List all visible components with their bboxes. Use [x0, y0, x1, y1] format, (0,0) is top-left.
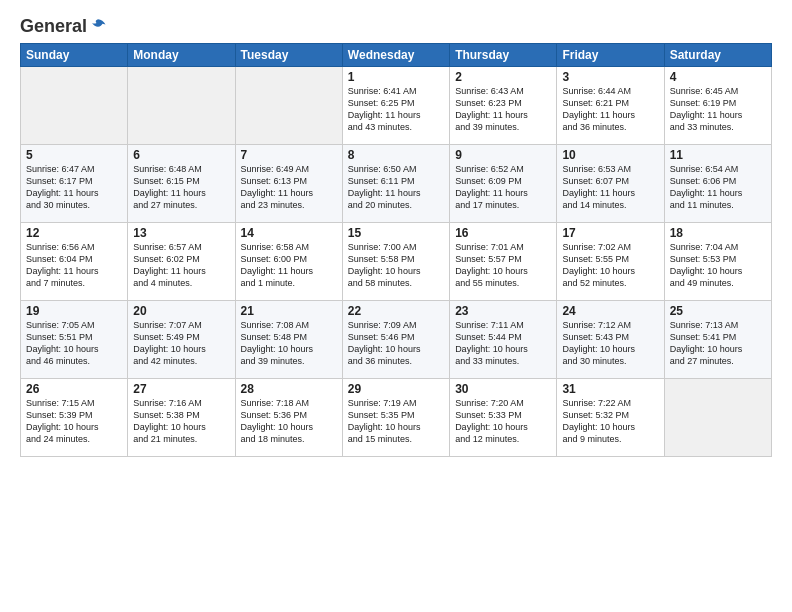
day-content: Sunrise: 7:15 AM Sunset: 5:39 PM Dayligh…	[26, 397, 122, 446]
calendar-day-22: 22Sunrise: 7:09 AM Sunset: 5:46 PM Dayli…	[342, 301, 449, 379]
calendar-day-26: 26Sunrise: 7:15 AM Sunset: 5:39 PM Dayli…	[21, 379, 128, 457]
day-content: Sunrise: 7:12 AM Sunset: 5:43 PM Dayligh…	[562, 319, 658, 368]
calendar-day-12: 12Sunrise: 6:56 AM Sunset: 6:04 PM Dayli…	[21, 223, 128, 301]
calendar-day-19: 19Sunrise: 7:05 AM Sunset: 5:51 PM Dayli…	[21, 301, 128, 379]
day-content: Sunrise: 6:58 AM Sunset: 6:00 PM Dayligh…	[241, 241, 337, 290]
day-content: Sunrise: 6:49 AM Sunset: 6:13 PM Dayligh…	[241, 163, 337, 212]
day-number: 4	[670, 70, 766, 84]
calendar-day-31: 31Sunrise: 7:22 AM Sunset: 5:32 PM Dayli…	[557, 379, 664, 457]
day-number: 6	[133, 148, 229, 162]
day-content: Sunrise: 6:54 AM Sunset: 6:06 PM Dayligh…	[670, 163, 766, 212]
day-content: Sunrise: 6:48 AM Sunset: 6:15 PM Dayligh…	[133, 163, 229, 212]
day-content: Sunrise: 7:05 AM Sunset: 5:51 PM Dayligh…	[26, 319, 122, 368]
calendar-day-11: 11Sunrise: 6:54 AM Sunset: 6:06 PM Dayli…	[664, 145, 771, 223]
weekday-header-thursday: Thursday	[450, 44, 557, 67]
calendar-day-5: 5Sunrise: 6:47 AM Sunset: 6:17 PM Daylig…	[21, 145, 128, 223]
calendar-day-9: 9Sunrise: 6:52 AM Sunset: 6:09 PM Daylig…	[450, 145, 557, 223]
day-number: 12	[26, 226, 122, 240]
calendar-day-20: 20Sunrise: 7:07 AM Sunset: 5:49 PM Dayli…	[128, 301, 235, 379]
day-number: 23	[455, 304, 551, 318]
day-number: 9	[455, 148, 551, 162]
logo-general: General	[20, 16, 87, 37]
day-content: Sunrise: 7:08 AM Sunset: 5:48 PM Dayligh…	[241, 319, 337, 368]
day-content: Sunrise: 6:45 AM Sunset: 6:19 PM Dayligh…	[670, 85, 766, 134]
calendar-day-7: 7Sunrise: 6:49 AM Sunset: 6:13 PM Daylig…	[235, 145, 342, 223]
day-number: 24	[562, 304, 658, 318]
day-content: Sunrise: 7:22 AM Sunset: 5:32 PM Dayligh…	[562, 397, 658, 446]
day-content: Sunrise: 7:11 AM Sunset: 5:44 PM Dayligh…	[455, 319, 551, 368]
day-number: 21	[241, 304, 337, 318]
day-number: 19	[26, 304, 122, 318]
day-content: Sunrise: 6:47 AM Sunset: 6:17 PM Dayligh…	[26, 163, 122, 212]
day-number: 5	[26, 148, 122, 162]
day-number: 8	[348, 148, 444, 162]
calendar-day-24: 24Sunrise: 7:12 AM Sunset: 5:43 PM Dayli…	[557, 301, 664, 379]
day-number: 16	[455, 226, 551, 240]
day-number: 26	[26, 382, 122, 396]
calendar-table: SundayMondayTuesdayWednesdayThursdayFrid…	[20, 43, 772, 457]
day-number: 25	[670, 304, 766, 318]
day-number: 22	[348, 304, 444, 318]
day-number: 14	[241, 226, 337, 240]
day-content: Sunrise: 6:44 AM Sunset: 6:21 PM Dayligh…	[562, 85, 658, 134]
calendar-week-row: 1Sunrise: 6:41 AM Sunset: 6:25 PM Daylig…	[21, 67, 772, 145]
day-number: 20	[133, 304, 229, 318]
calendar-day-6: 6Sunrise: 6:48 AM Sunset: 6:15 PM Daylig…	[128, 145, 235, 223]
day-content: Sunrise: 7:02 AM Sunset: 5:55 PM Dayligh…	[562, 241, 658, 290]
day-content: Sunrise: 6:43 AM Sunset: 6:23 PM Dayligh…	[455, 85, 551, 134]
calendar-empty-cell	[235, 67, 342, 145]
calendar-day-1: 1Sunrise: 6:41 AM Sunset: 6:25 PM Daylig…	[342, 67, 449, 145]
calendar-day-13: 13Sunrise: 6:57 AM Sunset: 6:02 PM Dayli…	[128, 223, 235, 301]
calendar-day-28: 28Sunrise: 7:18 AM Sunset: 5:36 PM Dayli…	[235, 379, 342, 457]
calendar-day-21: 21Sunrise: 7:08 AM Sunset: 5:48 PM Dayli…	[235, 301, 342, 379]
day-content: Sunrise: 6:56 AM Sunset: 6:04 PM Dayligh…	[26, 241, 122, 290]
calendar-day-15: 15Sunrise: 7:00 AM Sunset: 5:58 PM Dayli…	[342, 223, 449, 301]
weekday-header-sunday: Sunday	[21, 44, 128, 67]
day-number: 11	[670, 148, 766, 162]
weekday-header-wednesday: Wednesday	[342, 44, 449, 67]
day-number: 10	[562, 148, 658, 162]
calendar-day-25: 25Sunrise: 7:13 AM Sunset: 5:41 PM Dayli…	[664, 301, 771, 379]
calendar-day-23: 23Sunrise: 7:11 AM Sunset: 5:44 PM Dayli…	[450, 301, 557, 379]
day-content: Sunrise: 7:20 AM Sunset: 5:33 PM Dayligh…	[455, 397, 551, 446]
day-number: 27	[133, 382, 229, 396]
day-number: 18	[670, 226, 766, 240]
day-content: Sunrise: 6:57 AM Sunset: 6:02 PM Dayligh…	[133, 241, 229, 290]
day-content: Sunrise: 6:53 AM Sunset: 6:07 PM Dayligh…	[562, 163, 658, 212]
logo-bird-icon	[89, 17, 107, 35]
calendar-day-14: 14Sunrise: 6:58 AM Sunset: 6:00 PM Dayli…	[235, 223, 342, 301]
calendar-day-30: 30Sunrise: 7:20 AM Sunset: 5:33 PM Dayli…	[450, 379, 557, 457]
calendar-day-4: 4Sunrise: 6:45 AM Sunset: 6:19 PM Daylig…	[664, 67, 771, 145]
day-number: 29	[348, 382, 444, 396]
day-content: Sunrise: 6:52 AM Sunset: 6:09 PM Dayligh…	[455, 163, 551, 212]
day-content: Sunrise: 7:00 AM Sunset: 5:58 PM Dayligh…	[348, 241, 444, 290]
calendar-day-18: 18Sunrise: 7:04 AM Sunset: 5:53 PM Dayli…	[664, 223, 771, 301]
day-number: 30	[455, 382, 551, 396]
header: General	[20, 16, 772, 35]
calendar-day-3: 3Sunrise: 6:44 AM Sunset: 6:21 PM Daylig…	[557, 67, 664, 145]
calendar-empty-cell	[128, 67, 235, 145]
calendar-day-29: 29Sunrise: 7:19 AM Sunset: 5:35 PM Dayli…	[342, 379, 449, 457]
weekday-header-saturday: Saturday	[664, 44, 771, 67]
day-content: Sunrise: 7:07 AM Sunset: 5:49 PM Dayligh…	[133, 319, 229, 368]
calendar-day-16: 16Sunrise: 7:01 AM Sunset: 5:57 PM Dayli…	[450, 223, 557, 301]
calendar-week-row: 26Sunrise: 7:15 AM Sunset: 5:39 PM Dayli…	[21, 379, 772, 457]
weekday-header-row: SundayMondayTuesdayWednesdayThursdayFrid…	[21, 44, 772, 67]
weekday-header-friday: Friday	[557, 44, 664, 67]
day-number: 31	[562, 382, 658, 396]
calendar-week-row: 12Sunrise: 6:56 AM Sunset: 6:04 PM Dayli…	[21, 223, 772, 301]
day-number: 15	[348, 226, 444, 240]
day-content: Sunrise: 7:01 AM Sunset: 5:57 PM Dayligh…	[455, 241, 551, 290]
calendar-day-27: 27Sunrise: 7:16 AM Sunset: 5:38 PM Dayli…	[128, 379, 235, 457]
day-number: 7	[241, 148, 337, 162]
calendar-week-row: 5Sunrise: 6:47 AM Sunset: 6:17 PM Daylig…	[21, 145, 772, 223]
calendar-day-2: 2Sunrise: 6:43 AM Sunset: 6:23 PM Daylig…	[450, 67, 557, 145]
day-number: 28	[241, 382, 337, 396]
calendar-page: General SundayMondayTuesdayWednesdayThur…	[0, 0, 792, 612]
logo: General	[20, 16, 107, 35]
day-content: Sunrise: 7:04 AM Sunset: 5:53 PM Dayligh…	[670, 241, 766, 290]
calendar-day-8: 8Sunrise: 6:50 AM Sunset: 6:11 PM Daylig…	[342, 145, 449, 223]
day-number: 2	[455, 70, 551, 84]
day-number: 1	[348, 70, 444, 84]
calendar-empty-cell	[21, 67, 128, 145]
